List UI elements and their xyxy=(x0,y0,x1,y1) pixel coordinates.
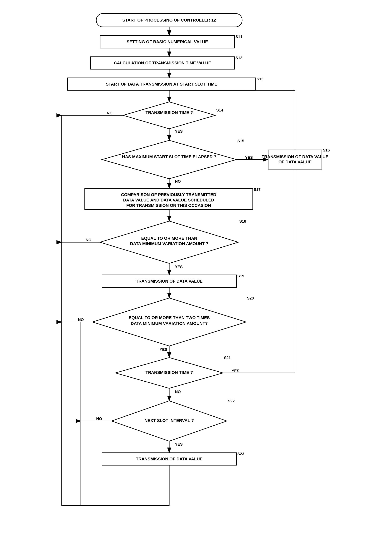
s11-label: SETTING OF BASIC NUMERICAL VALUE xyxy=(126,39,208,44)
s18-line1: EQUAL TO OR MORE THAN xyxy=(141,236,197,241)
s17-step: S17 xyxy=(254,187,261,192)
s21-no-label: NO xyxy=(175,390,181,394)
s18-yes-label: YES xyxy=(175,265,183,269)
s23-label: TRANSMISSION OF DATA VALUE xyxy=(136,457,203,461)
s20-yes-label: YES xyxy=(160,347,167,352)
s23-step: S23 xyxy=(237,452,244,456)
s16-label2: OF DATA VALUE xyxy=(278,160,312,164)
s22-yes-label: YES xyxy=(175,442,183,446)
s15-step: S15 xyxy=(237,139,244,143)
s15-no-label: NO xyxy=(175,179,181,183)
svg-marker-10 xyxy=(123,102,215,129)
s13-step: S13 xyxy=(257,77,264,81)
s21-diamond-label: TRANSMISSION TIME ? xyxy=(145,370,193,375)
s17-line3: FOR TRANSMISSION ON THIS OCCASION xyxy=(126,203,211,208)
s11-step: S11 xyxy=(235,35,242,39)
s18-line2: DATA MINIMUM VARIATION AMOUNT ? xyxy=(130,241,208,246)
s16-label: TRANSMISSION OF DATA VALUE xyxy=(261,154,328,159)
s19-label: TRANSMISSION OF DATA VALUE xyxy=(136,279,203,284)
s17-line2: DATA VALUE AND DATA VALUE SCHEDULED xyxy=(123,198,214,202)
s12-label: CALCULATION OF TRANSMISSION TIME VALUE xyxy=(114,61,211,65)
s22-diamond-label: NEXT SLOT INTERVAL ? xyxy=(145,418,194,423)
s13-label: START OF DATA TRANSMISSION AT START SLOT… xyxy=(106,82,217,86)
s22-step: S22 xyxy=(228,399,235,403)
s15-diamond-label: HAS MAXIMUM START SLOT TIME ELAPSED ? xyxy=(122,154,216,159)
s15-yes-label: YES xyxy=(245,155,253,160)
s12-step: S12 xyxy=(235,56,242,60)
s17-line1: COMPARISON OF PREVIOUSLY TRANSMITTED xyxy=(121,192,216,197)
s18-no-label: NO xyxy=(86,238,91,242)
s14-step: S14 xyxy=(216,108,223,112)
flowchart-svg: START OF PROCESSING OF CONTROLLER 12 SET… xyxy=(42,8,350,527)
svg-marker-13 xyxy=(102,140,236,179)
s18-step: S18 xyxy=(239,219,246,223)
start-label: START OF PROCESSING OF CONTROLLER 12 xyxy=(122,18,216,23)
flowchart-diagram: START OF PROCESSING OF CONTROLLER 12 SET… xyxy=(42,8,350,527)
s14-yes-label: YES xyxy=(175,129,183,133)
s22-no-label: NO xyxy=(96,417,102,421)
s19-step: S19 xyxy=(237,274,244,278)
s20-line1: EQUAL TO OR MORE THAN TWO TIMES xyxy=(128,315,210,320)
s16-step: S16 xyxy=(323,148,330,152)
s20-no-label: NO xyxy=(78,317,84,322)
s21-step: S21 xyxy=(224,356,231,360)
s14-diamond-label: TRANSMISSION TIME ? xyxy=(145,110,193,115)
s14-no-label: NO xyxy=(107,111,112,115)
s20-line2: DATA MINIMUM VARIATION AMOUNT? xyxy=(131,321,208,326)
s20-step: S20 xyxy=(247,296,254,300)
s21-yes-label: YES xyxy=(232,369,239,373)
